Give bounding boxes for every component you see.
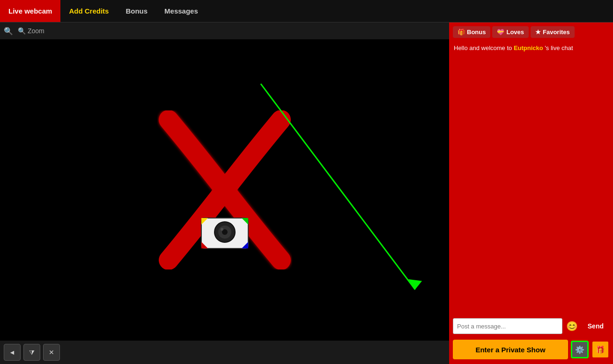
zoom-label-text: Zoom bbox=[28, 27, 44, 35]
x-logo bbox=[155, 110, 295, 269]
webcam-logo-icon bbox=[197, 209, 253, 255]
chat-messages-area[interactable] bbox=[449, 54, 613, 315]
top-navigation: Live webcam Add Credits Bonus Messages bbox=[0, 0, 613, 22]
favorites-icon: ★ bbox=[535, 29, 541, 36]
nav-item-messages[interactable]: Messages bbox=[156, 0, 207, 22]
loves-icon: 💝 bbox=[497, 29, 504, 36]
wrench-gear-icon: ⚙️ bbox=[575, 345, 584, 354]
video-panel: 🔍 🔍 Zoom bbox=[0, 22, 449, 364]
video-bottom-controls: ◄ ⧩ ✕ bbox=[0, 341, 449, 364]
chat-input-area: 😊 Send bbox=[449, 315, 613, 337]
video-canvas bbox=[0, 39, 449, 341]
settings-button[interactable]: ⧩ bbox=[23, 344, 40, 361]
zoom-control[interactable]: 🔍 Zoom bbox=[18, 27, 44, 35]
loves-button[interactable]: 💝 Loves bbox=[492, 26, 529, 38]
tool-settings-button[interactable]: ⚙️ bbox=[571, 341, 589, 358]
nav-item-bonus[interactable]: Bonus bbox=[117, 0, 156, 22]
svg-point-4 bbox=[221, 228, 223, 231]
message-input[interactable] bbox=[453, 318, 562, 334]
svg-marker-10 bbox=[408, 279, 422, 290]
welcome-text: Hello and welcome to bbox=[454, 44, 514, 51]
emoji-button[interactable]: 😊 bbox=[565, 319, 579, 333]
welcome-suffix: 's live chat bbox=[543, 44, 573, 51]
chat-panel: 🎁 Bonus 💝 Loves ★ Favorites Hello and we… bbox=[449, 22, 613, 364]
gift-icon: 🎁 bbox=[596, 345, 605, 354]
nav-item-live-webcam[interactable]: Live webcam bbox=[0, 0, 60, 22]
video-toolbar: 🔍 🔍 Zoom bbox=[0, 22, 449, 39]
bonus-icon: 🎁 bbox=[458, 29, 465, 36]
chat-welcome-message: Hello and welcome to Eutpnicko 's live c… bbox=[449, 42, 613, 54]
bonus-button[interactable]: 🎁 Bonus bbox=[453, 26, 490, 38]
search-icon[interactable]: 🔍 bbox=[4, 27, 13, 36]
rewind-button[interactable]: ◄ bbox=[4, 344, 21, 361]
private-show-area: Enter a Private Show ⚙️ 🎁 bbox=[449, 337, 613, 364]
main-layout: 🔍 🔍 Zoom bbox=[0, 22, 613, 364]
gift-button[interactable]: 🎁 bbox=[591, 341, 609, 358]
close-button[interactable]: ✕ bbox=[43, 344, 60, 361]
zoom-search-icon: 🔍 bbox=[18, 27, 26, 35]
chat-top-buttons: 🎁 Bonus 💝 Loves ★ Favorites bbox=[449, 22, 613, 42]
nav-item-add-credits[interactable]: Add Credits bbox=[60, 0, 117, 22]
chat-username: Eutpnicko bbox=[514, 44, 543, 51]
send-button[interactable]: Send bbox=[582, 320, 609, 333]
favorites-button[interactable]: ★ Favorites bbox=[531, 26, 575, 38]
private-show-button[interactable]: Enter a Private Show bbox=[453, 340, 568, 359]
